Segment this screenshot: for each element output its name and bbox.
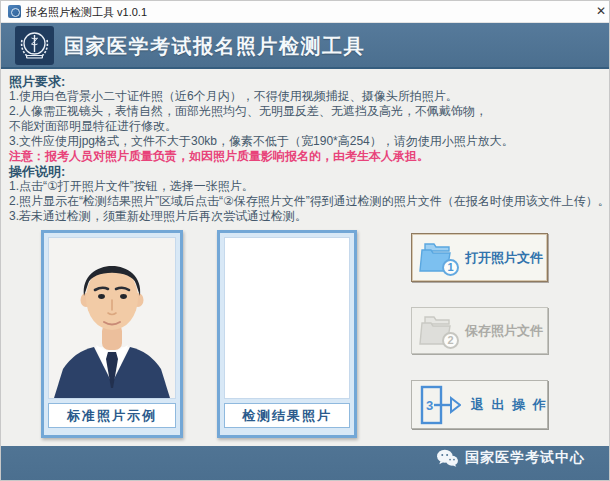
save-photo-button[interactable]: 2 保存照片文件 [411, 307, 548, 354]
open-photo-button[interactable]: 1 打开照片文件 [411, 233, 548, 282]
open-folder-icon: 1 [419, 241, 457, 275]
info-text: 照片要求: 1.使用白色背景小二寸证件照（近6个月内），不得使用视频捕捉、摄像头… [9, 74, 609, 224]
footer-brand: 国家医学考试中心 [436, 449, 585, 467]
instruction-line: 3.若未通过检测，须重新处理照片后再次尝试通过检测。 [9, 209, 609, 224]
notice-line: 注意：报考人员对照片质量负责，如因照片质量影响报名的，由考生本人承担。 [9, 149, 609, 164]
result-photo-empty [224, 237, 350, 399]
result-photo-label: 检测结果照片 [224, 403, 350, 428]
requirement-line: 1.使用白色背景小二寸证件照（近6个月内），不得使用视频捕捉、摄像头所拍照片。 [9, 89, 609, 104]
app-window: 报名照片检测工具 v1.0.1 ✕ 国家医学考试报名照片检测工具 照片要求: 1… [0, 0, 610, 481]
close-icon[interactable]: ✕ [594, 4, 608, 18]
app-icon [8, 5, 21, 18]
wechat-icon [436, 449, 459, 467]
page-title: 国家医学考试报名照片检测工具 [64, 23, 365, 69]
save-folder-icon: 2 [419, 314, 457, 348]
exit-icon: 3 [419, 385, 461, 425]
requirements-heading: 照片要求: [9, 74, 609, 89]
requirement-line: 不能对面部明显特征进行修改。 [9, 119, 609, 134]
result-photo-panel: 检测结果照片 [217, 230, 357, 438]
sample-photo [48, 237, 176, 399]
instruction-line: 1.点击“①打开照片文件”按钮，选择一张照片。 [9, 179, 609, 194]
footer-brand-text: 国家医学考试中心 [465, 449, 585, 467]
titlebar: 报名照片检测工具 v1.0.1 ✕ [1, 1, 609, 23]
sample-photo-panel: 标准照片示例 [41, 230, 183, 438]
save-step-badge: 2 [442, 332, 459, 349]
instruction-line: 2.照片显示在“检测结果照片”区域后点击“②保存照片文件”得到通过检测的照片文件… [9, 194, 609, 209]
requirement-line: 2.人像需正视镜头，表情自然，面部光照均匀、无明显反差、无遮挡及高光，不佩戴饰物… [9, 104, 609, 119]
sample-photo-label: 标准照片示例 [48, 403, 176, 428]
open-button-label: 打开照片文件 [465, 249, 543, 267]
save-button-label: 保存照片文件 [465, 322, 543, 340]
exit-button[interactable]: 3 退 出 操 作 [411, 380, 548, 429]
exit-button-label: 退 出 操 作 [471, 396, 548, 414]
nmec-logo [15, 26, 54, 65]
header-band: 国家医学考试报名照片检测工具 [1, 23, 609, 69]
instructions-heading: 操作说明: [9, 164, 609, 179]
requirement-line: 3.文件应使用jpg格式，文件不大于30kb，像素不低于（宽190*高254），… [9, 134, 609, 149]
footer-band: 国家医学考试中心 [1, 446, 609, 481]
open-step-badge: 1 [442, 259, 459, 276]
window-title: 报名照片检测工具 v1.0.1 [26, 5, 147, 20]
exit-step-badge: 3 [426, 398, 433, 413]
